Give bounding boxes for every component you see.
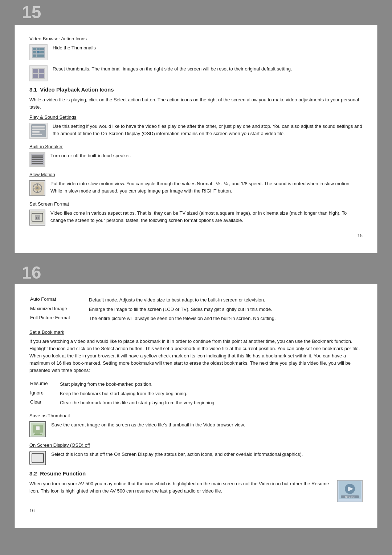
resume-icon-image: Resume: [339, 481, 361, 501]
svg-rect-16: [32, 129, 45, 130]
osd-label: On Screen Display (OSD) off: [29, 442, 363, 448]
bookmark-option-label: Ignore: [30, 389, 59, 398]
svg-rect-12: [33, 74, 38, 78]
resume-body-text: When you turn on your AV 500 you may not…: [29, 480, 331, 495]
svg-rect-8: [37, 54, 44, 57]
bookmark-option-label: Clear: [30, 398, 59, 407]
svg-rect-40: [34, 434, 42, 435]
format-label: Full Picture Format: [30, 314, 88, 323]
format-table-row: Auto Format Default mode. Adjusts the vi…: [30, 296, 362, 304]
resume-icon: Resume: [337, 480, 363, 502]
hide-thumbnails-icon: [29, 44, 48, 60]
section-31-heading: 3.1 Video Playback Action Icons: [29, 86, 363, 93]
bookmark-option-row: Ignore Keep the bookmark but start playi…: [30, 389, 362, 398]
svg-rect-13: [39, 74, 44, 78]
svg-text:Resume: Resume: [345, 496, 355, 498]
section-31-intro: While a video file is playing, click on …: [29, 96, 363, 111]
svg-rect-1: [33, 48, 36, 50]
svg-point-28: [36, 187, 38, 189]
svg-text:⊡: ⊡: [36, 216, 39, 220]
reset-thumbnails-row: Reset thumbnails. The thumbnail images o…: [29, 65, 363, 81]
svg-rect-11: [39, 69, 44, 73]
set-screen-text: Video files come in various aspect ratio…: [50, 210, 363, 224]
svg-rect-7: [33, 54, 36, 57]
bookmark-option-desc: Start playing from the book-marked posit…: [60, 380, 362, 389]
bookmark-section-label: Set a Book mark: [29, 329, 363, 335]
reset-thumbnails-text: Reset thumbnails. The thumbnail images o…: [53, 65, 363, 73]
svg-rect-21: [32, 157, 43, 158]
speaker-row: Turn on or off the built-in loud speaker…: [29, 152, 363, 167]
svg-rect-4: [33, 51, 36, 53]
save-thumb-icon: [29, 421, 46, 437]
speaker-icon: [29, 152, 45, 167]
svg-rect-20: [32, 155, 43, 157]
reset-thumbnails-icon: [29, 65, 48, 81]
format-label: Maximized Image: [30, 305, 88, 314]
svg-rect-17: [32, 131, 40, 133]
slow-motion-label: Slow Motion: [29, 172, 363, 177]
save-thumb-label: Save as Thumbnail: [29, 413, 363, 418]
page-number-16: 16: [0, 260, 392, 284]
play-sound-label: Play & Sound Settings: [29, 114, 363, 120]
slow-motion-row: Put the video into slow-motion view. You…: [29, 180, 363, 196]
hide-thumbnails-text: Hide the Thumbnails: [53, 44, 363, 52]
bookmark-option-label: Resume: [30, 380, 59, 389]
page-number-15: 15: [0, 0, 392, 25]
osd-text: Select this icon to shut off the On Scre…: [51, 451, 363, 458]
format-table-row: Full Picture Format The entire picture w…: [30, 314, 362, 323]
slow-motion-icon: [29, 180, 45, 196]
svg-rect-22: [32, 159, 43, 160]
svg-rect-5: [37, 51, 40, 53]
save-thumb-text: Save the current image on the screen as …: [51, 421, 363, 429]
format-desc: The entire picture will always be seen o…: [89, 314, 362, 323]
speaker-text: Turn on or off the built-in loud speaker…: [50, 152, 363, 159]
svg-rect-18: [32, 134, 42, 135]
page-15: Video Browser Action Icons Hide the Thum…: [15, 25, 377, 253]
video-browser-section-title: Video Browser Action Icons: [29, 36, 363, 41]
svg-rect-41: [36, 426, 40, 430]
resume-section-row: When you turn on your AV 500 you may not…: [29, 480, 363, 502]
play-sound-icon: [29, 123, 48, 139]
svg-rect-3: [40, 48, 44, 50]
bookmark-option-desc: Keep the bookmark but start playing from…: [60, 389, 362, 398]
svg-rect-15: [32, 126, 45, 127]
page-15-bottom-num: 15: [29, 233, 363, 238]
format-table: Auto Format Default mode. Adjusts the vi…: [29, 295, 363, 324]
bookmark-body-text: If you are watching a video and would li…: [29, 338, 363, 374]
format-label: Auto Format: [30, 296, 88, 304]
save-thumb-row: Save the current image on the screen as …: [29, 421, 363, 437]
speaker-label: Built-in Speaker: [29, 144, 363, 149]
section-32-heading: 3.2 Resume Function: [29, 470, 363, 477]
page-16-bottom-num: 16: [29, 508, 363, 513]
svg-rect-24: [32, 163, 43, 164]
svg-rect-10: [33, 69, 38, 73]
set-screen-icon: ⊡: [29, 210, 45, 226]
play-sound-row: Use this setting if you would like to ha…: [29, 123, 363, 139]
osd-row: Select this icon to shut off the On Scre…: [29, 451, 363, 465]
set-screen-label: Set Screen Format: [29, 201, 363, 207]
format-desc: Default mode. Adjusts the video size to …: [89, 296, 362, 304]
play-sound-text: Use this setting if you would like to ha…: [53, 123, 363, 137]
osd-icon: [29, 451, 46, 465]
slow-motion-text: Put the video into slow-motion view. You…: [50, 180, 363, 194]
bookmark-options-table: Resume Start playing from the book-marke…: [29, 379, 363, 408]
svg-rect-6: [40, 51, 44, 53]
bookmark-option-row: Clear Clear the bookmark from this file …: [30, 398, 362, 407]
format-desc: Enlarge the image to fill the screen (LC…: [89, 305, 362, 314]
hide-thumbnails-row: Hide the Thumbnails: [29, 44, 363, 60]
set-screen-row: ⊡ Video files come in various aspect rat…: [29, 210, 363, 226]
format-table-row: Maximized Image Enlarge the image to fil…: [30, 305, 362, 314]
svg-rect-42: [31, 452, 45, 464]
bookmark-option-desc: Clear the bookmark from this file and st…: [60, 398, 362, 407]
svg-rect-2: [37, 48, 40, 50]
page-16: Auto Format Default mode. Adjusts the vi…: [15, 284, 377, 528]
svg-rect-23: [32, 161, 43, 162]
bookmark-option-row: Resume Start playing from the book-marke…: [30, 380, 362, 389]
